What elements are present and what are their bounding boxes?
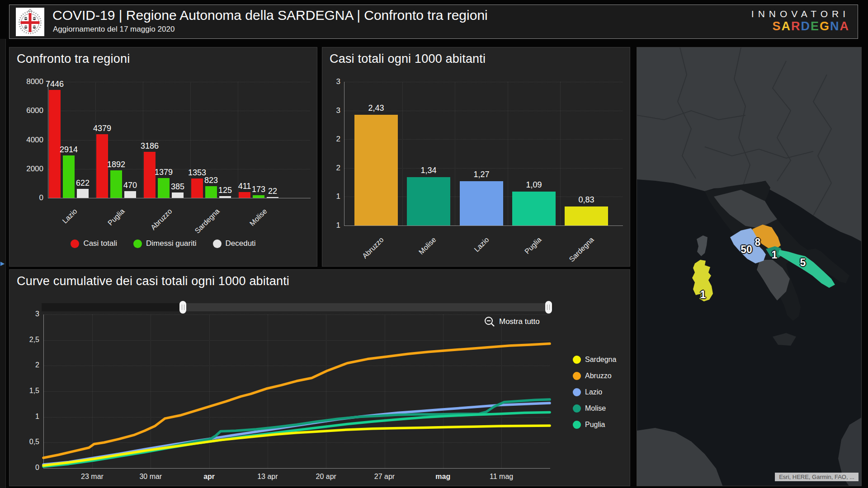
bar-casi-totali-lazio[interactable] <box>49 90 61 198</box>
y-axis-tick-label: 2000 <box>9 164 43 174</box>
gridline <box>501 314 502 468</box>
bar-value-label: 1,34 <box>410 166 447 175</box>
y-axis-tick-label: 0 <box>9 464 39 472</box>
legend-item-sardegna: Sardegna <box>573 356 616 364</box>
y-axis-line <box>43 314 44 469</box>
legend-label: Casi totali <box>83 239 117 248</box>
brand-letter: R <box>791 19 801 33</box>
gridline <box>190 82 191 198</box>
cumulative-lines-svg <box>9 270 631 487</box>
bar-value-label: 7446 <box>39 80 70 89</box>
y-axis-tick-label: 6000 <box>9 106 43 115</box>
y-axis-line <box>48 82 48 198</box>
x-axis-category-label: Molise <box>232 207 269 244</box>
bar-value-label: 2,43 <box>358 103 394 113</box>
bar-abruzzo[interactable] <box>354 115 398 225</box>
gridline <box>48 169 310 169</box>
legend-item-deceduti: Deceduti <box>213 239 256 248</box>
bar-value-label: 4379 <box>87 124 118 133</box>
x-axis-category-label: Abruzzo <box>137 207 174 244</box>
gridline <box>385 314 385 468</box>
innovatori-sardegna-logo: INNOVATORI SARDEGNA <box>751 9 849 33</box>
bar-deceduti-sardegna[interactable] <box>219 196 231 198</box>
x-axis-tick-label: 11 mag <box>481 473 522 481</box>
bar-value-label: 385 <box>162 182 193 192</box>
y-axis-tick-label: 3 <box>322 77 340 86</box>
y-axis-tick-label: 2 <box>322 135 340 144</box>
bar-lazio[interactable] <box>460 181 503 225</box>
bar-value-label: 0,83 <box>568 195 604 205</box>
x-axis-category-label: Molise <box>401 236 438 272</box>
bar-puglia[interactable] <box>512 192 556 225</box>
legend-label: Sardegna <box>585 356 616 364</box>
gridline <box>43 442 550 443</box>
x-axis-line <box>43 468 550 469</box>
brand-line-sardegna: SARDEGNA <box>751 19 849 33</box>
update-date-subtitle: Aggiornamento del 17 maggio 2020 <box>53 25 175 34</box>
legend-item-molise: Molise <box>573 404 606 413</box>
legend-item-lazio: Lazio <box>573 388 602 396</box>
gridline <box>560 82 561 225</box>
brand-letter: S <box>772 19 781 33</box>
legend-color-dot <box>71 239 79 248</box>
line-series-molise <box>43 399 550 466</box>
sardegna-coat-of-arms-logo <box>16 8 44 36</box>
gridline <box>43 314 550 315</box>
map-panel[interactable]: 508151 Esri, HERE, Garmin, FAO, ... <box>637 47 862 486</box>
x-axis-tick-label: mag <box>423 473 463 481</box>
x-axis-category-label: Lazio <box>454 236 491 272</box>
legend-color-dot <box>573 372 581 380</box>
bar-deceduti-abruzzo[interactable] <box>172 192 184 198</box>
gridline <box>43 391 550 392</box>
bar-value-label: 22 <box>257 187 288 196</box>
map-count-label-abruzzo: 8 <box>755 236 761 249</box>
y-axis-tick-label: 2 <box>9 361 39 369</box>
brand-letter: A <box>840 19 850 33</box>
x-axis-tick-label: 20 apr <box>306 473 346 481</box>
map-count-label-sardegna: 1 <box>700 289 706 301</box>
x-axis-category-label: Puglia <box>90 207 127 244</box>
gridline <box>268 314 268 468</box>
bar-dimessi-guariti-lazio[interactable] <box>63 155 75 198</box>
bar-value-label: 1,27 <box>463 170 500 179</box>
y-axis-tick-label: 0,5 <box>9 438 39 446</box>
brand-letter: D <box>801 19 811 33</box>
bar-sardegna[interactable] <box>565 206 608 225</box>
line-series-lazio <box>43 403 550 465</box>
expand-panel-arrow-icon[interactable]: ▶ <box>0 260 5 267</box>
gridline <box>48 82 310 82</box>
x-axis-category-label: Puglia <box>507 236 543 272</box>
bar-deceduti-molise[interactable] <box>267 197 278 198</box>
x-axis-category-label: Sardegna <box>559 236 596 272</box>
chart-legend: Casi totaliDimessi guaritiDeceduti <box>9 239 317 248</box>
brand-letter: A <box>781 19 791 33</box>
bar-value-label: 1379 <box>148 168 179 177</box>
bar-value-label: 823 <box>196 176 226 185</box>
y-axis-tick-label: 1 <box>322 221 340 230</box>
bar-deceduti-lazio[interactable] <box>77 189 89 198</box>
italy-regions-map[interactable] <box>637 47 862 486</box>
legend-color-dot <box>573 404 581 413</box>
legend-color-dot <box>573 388 581 396</box>
gridline <box>443 314 443 468</box>
bar-molise[interactable] <box>407 177 450 225</box>
bar-deceduti-puglia[interactable] <box>124 191 136 198</box>
gridline <box>326 314 326 468</box>
line-chart-cumulative: 32,521,510,5023 mar30 marapr13 apr20 apr… <box>9 270 630 486</box>
dashboard-root: COVID-19 | Regione Autonoma della SARDEG… <box>0 0 868 488</box>
line-series-sardegna <box>43 426 550 465</box>
x-axis-category-label: Lazio <box>42 207 79 244</box>
y-axis-tick-label: 3 <box>322 106 340 115</box>
x-axis-line <box>48 198 311 198</box>
legend-item-dimessi-guariti: Dimessi guariti <box>133 239 196 248</box>
panel-cumulative-curves: Curve cumulative dei casi totali ogni 10… <box>9 269 630 486</box>
x-axis-category-label: Sardegna <box>185 207 222 244</box>
x-axis-tick-label: 13 apr <box>247 473 288 481</box>
x-axis-line <box>344 225 623 226</box>
map-count-label-puglia: 5 <box>800 257 806 269</box>
gridline <box>48 140 310 141</box>
collapsed-sidebar-rail: ▶ <box>0 39 6 488</box>
brand-letter: E <box>811 19 820 33</box>
gridline <box>43 340 550 341</box>
bar-chart-per-1000: 3322112,43Abruzzo1,34Molise1,27Lazio1,09… <box>322 47 630 266</box>
